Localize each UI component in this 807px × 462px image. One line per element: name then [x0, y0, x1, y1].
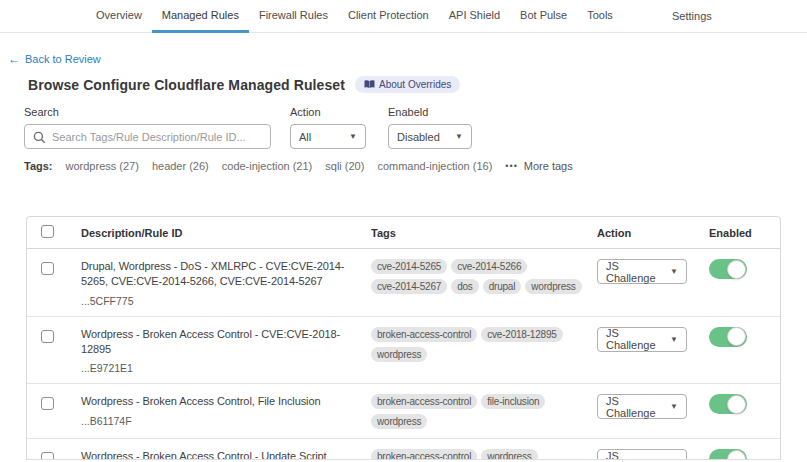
action-filter-value: All [299, 131, 311, 143]
row-checkbox[interactable] [41, 262, 54, 275]
tags-bar-label: Tags: [24, 160, 53, 172]
tag-pill: wordpress [371, 414, 427, 429]
tag-pill: drupal [483, 279, 522, 294]
page-title: Browse Configure Cloudflare Managed Rule… [28, 77, 345, 93]
tag-pill: cve-2014-5266 [451, 259, 527, 274]
page: OverviewManaged RulesFirewall RulesClien… [0, 0, 807, 462]
top-nav: OverviewManaged RulesFirewall RulesClien… [0, 0, 807, 33]
search-label: Search [24, 106, 271, 118]
book-icon [364, 80, 375, 89]
rule-id: ...5CFF775 [81, 295, 361, 307]
search-filter-group: Search Search Tags/Rule Description/Rule… [24, 106, 271, 149]
tab-overview[interactable]: Overview [86, 0, 152, 33]
search-input[interactable]: Search Tags/Rule Description/Rule ID... [24, 124, 271, 149]
more-tags-button[interactable]: ••• More tags [505, 160, 572, 172]
action-filter-select[interactable]: All ▼ [290, 124, 366, 149]
chevron-down-icon: ▼ [670, 267, 678, 276]
tag-filter-link[interactable]: code-injection (21) [222, 160, 313, 172]
enabled-filter-select[interactable]: Disabled ▼ [388, 124, 472, 149]
tag-filter-link[interactable]: header (26) [152, 160, 209, 172]
header-enabled: Enabled [709, 227, 780, 239]
row-checkbox[interactable] [41, 330, 54, 343]
tag-links: wordpress (27)header (26)code-injection … [66, 160, 493, 172]
tag-filter-link[interactable]: sqli (20) [325, 160, 364, 172]
enabled-filter-value: Disabled [397, 131, 440, 143]
tag-pill: file-inclusion [481, 394, 545, 409]
enabled-label: Enabeld [388, 106, 472, 118]
table-row: Wordpress - Broken Access Control - CVE:… [27, 317, 780, 385]
rule-tags: broken-access-controlcve-2018-12895wordp… [371, 327, 597, 362]
tag-pill: cve-2014-5265 [371, 259, 447, 274]
rule-tags: broken-access-controlfile-inclusionwordp… [371, 394, 597, 429]
enabled-toggle[interactable] [709, 394, 747, 414]
enabled-toggle[interactable] [709, 327, 747, 347]
about-overrides-badge[interactable]: About Overrides [355, 76, 460, 93]
chevron-down-icon: ▼ [670, 335, 678, 344]
tag-pill: broken-access-control [371, 394, 477, 409]
chevron-down-icon: ▼ [349, 132, 357, 141]
rule-action-value: JS Challenge [606, 260, 664, 284]
tag-pill: broken-access-control [371, 327, 477, 342]
about-badge-label: About Overrides [379, 79, 451, 90]
tab-client-protection[interactable]: Client Protection [338, 0, 439, 33]
toggle-knob [727, 395, 746, 414]
select-all-checkbox[interactable] [41, 225, 54, 238]
enabled-toggle[interactable] [709, 259, 747, 279]
rule-id: ...E9721E1 [81, 362, 361, 374]
back-to-review-link[interactable]: ← Back to Review [8, 52, 101, 66]
title-row: Browse Configure Cloudflare Managed Rule… [28, 76, 460, 93]
chevron-down-icon: ▼ [670, 402, 678, 411]
ellipsis-icon: ••• [505, 161, 517, 171]
search-icon [33, 130, 46, 148]
rule-action-select[interactable]: JS Challenge▼ [597, 394, 687, 419]
rule-action-select[interactable]: JS Challenge▼ [597, 259, 687, 284]
tab-api-shield[interactable]: API Shield [439, 0, 510, 33]
tags-bar: Tags: wordpress (27)header (26)code-inje… [24, 160, 573, 172]
table-row: Wordpress - Broken Access Control, File … [27, 384, 780, 439]
tag-pill: wordpress [525, 279, 581, 294]
tag-pill: dos [451, 279, 479, 294]
table-header-row: Description/Rule ID Tags Action Enabled [27, 217, 780, 249]
chevron-down-icon: ▼ [455, 132, 463, 141]
tab-managed-rules[interactable]: Managed Rules [152, 0, 249, 33]
header-tags: Tags [371, 227, 597, 239]
rule-description: Wordpress - Broken Access Control, File … [81, 394, 361, 409]
toggle-knob [727, 260, 746, 279]
table-body: Drupal, Wordpress - DoS - XMLRPC - CVE:C… [27, 249, 780, 462]
search-placeholder: Search Tags/Rule Description/Rule ID... [52, 131, 246, 143]
tab-settings[interactable]: Settings [672, 0, 712, 32]
action-label: Action [290, 106, 366, 118]
tag-filter-link[interactable]: command-injection (16) [377, 160, 492, 172]
tab-bot-pulse[interactable]: Bot Pulse [510, 0, 577, 33]
tab-firewall-rules[interactable]: Firewall Rules [249, 0, 338, 33]
header-action: Action [597, 227, 709, 239]
back-arrow-icon: ← [8, 52, 20, 66]
tag-filter-link[interactable]: wordpress (27) [66, 160, 139, 172]
rule-id: ...B61174F [81, 415, 361, 427]
rules-table: Description/Rule ID Tags Action Enabled … [26, 216, 781, 462]
back-link-label: Back to Review [25, 53, 101, 65]
rule-action-select[interactable]: JS Challenge▼ [597, 327, 687, 352]
tag-pill: wordpress [371, 347, 427, 362]
nav-tabs: OverviewManaged RulesFirewall RulesClien… [86, 0, 623, 33]
header-description: Description/Rule ID [81, 227, 371, 239]
tag-pill: cve-2014-5267 [371, 279, 447, 294]
row-checkbox[interactable] [41, 397, 54, 410]
rule-description: Wordpress - Broken Access Control - CVE:… [81, 327, 361, 357]
table-row: Drupal, Wordpress - DoS - XMLRPC - CVE:C… [27, 249, 780, 317]
rule-tags: cve-2014-5265cve-2014-5266cve-2014-5267d… [371, 259, 597, 294]
tab-tools[interactable]: Tools [577, 0, 623, 33]
enabled-filter-group: Enabeld Disabled ▼ [388, 106, 472, 149]
rule-action-value: JS Challenge [606, 395, 664, 419]
action-filter-group: Action All ▼ [290, 106, 366, 149]
rule-action-value: JS Challenge [606, 327, 664, 351]
more-tags-label: More tags [524, 160, 573, 172]
toggle-knob [727, 327, 746, 346]
tag-pill: cve-2018-12895 [481, 327, 562, 342]
rule-description: Drupal, Wordpress - DoS - XMLRPC - CVE:C… [81, 259, 361, 289]
